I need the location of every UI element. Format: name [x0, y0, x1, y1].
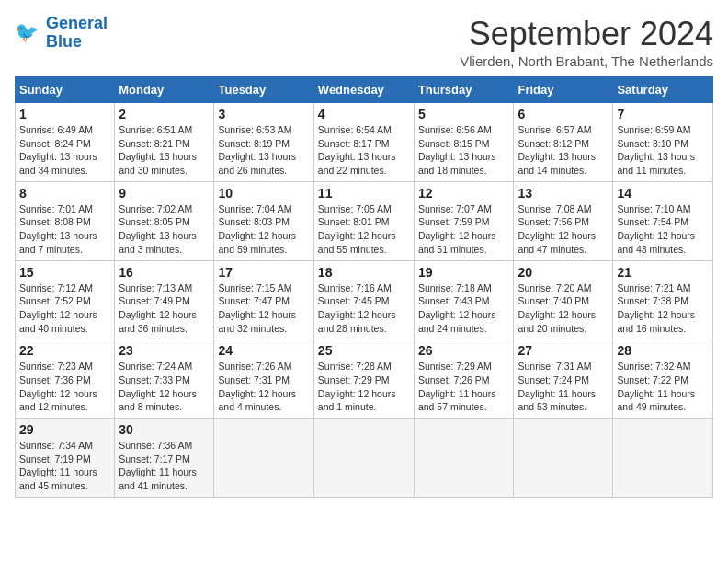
day-number: 24 [218, 343, 309, 358]
logo: 🐦 General Blue [15, 15, 108, 52]
header-thursday: Thursday [414, 77, 514, 103]
header-sunday: Sunday [16, 77, 115, 103]
day-number: 3 [218, 107, 309, 121]
header-wednesday: Wednesday [313, 77, 414, 103]
calendar-cell: 23 Sunrise: 7:24 AMSunset: 7:33 PMDaylig… [115, 339, 214, 419]
day-detail: Sunrise: 7:23 AMSunset: 7:36 PMDaylight:… [19, 361, 97, 412]
calendar-cell [514, 419, 613, 498]
calendar-cell: 25 Sunrise: 7:28 AMSunset: 7:29 PMDaylig… [313, 339, 414, 419]
day-number: 25 [318, 343, 410, 358]
calendar-week-2: 8 Sunrise: 7:01 AMSunset: 8:08 PMDayligh… [16, 181, 713, 260]
day-detail: Sunrise: 7:21 AMSunset: 7:38 PMDaylight:… [617, 282, 695, 334]
calendar-cell: 11 Sunrise: 7:05 AMSunset: 8:01 PMDaylig… [313, 181, 414, 260]
day-number: 14 [617, 186, 709, 201]
calendar-week-5: 29 Sunrise: 7:34 AMSunset: 7:19 PMDaylig… [16, 419, 713, 498]
day-detail: Sunrise: 7:10 AMSunset: 7:54 PMDaylight:… [617, 203, 695, 255]
calendar-cell: 2 Sunrise: 6:51 AMSunset: 8:21 PMDayligh… [115, 103, 214, 182]
page-header: 🐦 General Blue September 2024 Vlierden, … [15, 15, 713, 69]
calendar-cell [214, 419, 313, 498]
day-detail: Sunrise: 7:15 AMSunset: 7:47 PMDaylight:… [218, 282, 296, 334]
day-detail: Sunrise: 7:13 AMSunset: 7:49 PMDaylight:… [119, 282, 197, 334]
day-number: 9 [119, 186, 210, 201]
day-number: 11 [318, 186, 410, 201]
calendar-cell: 20 Sunrise: 7:20 AMSunset: 7:40 PMDaylig… [514, 260, 613, 339]
day-detail: Sunrise: 7:16 AMSunset: 7:45 PMDaylight:… [318, 282, 396, 334]
calendar-cell: 14 Sunrise: 7:10 AMSunset: 7:54 PMDaylig… [613, 181, 713, 260]
logo-line2: Blue [46, 32, 82, 51]
calendar-cell: 10 Sunrise: 7:04 AMSunset: 8:03 PMDaylig… [214, 181, 313, 260]
calendar-week-4: 22 Sunrise: 7:23 AMSunset: 7:36 PMDaylig… [16, 339, 713, 419]
day-detail: Sunrise: 6:53 AMSunset: 8:19 PMDaylight:… [218, 124, 296, 176]
day-number: 28 [617, 343, 709, 358]
day-detail: Sunrise: 7:12 AMSunset: 7:52 PMDaylight:… [19, 282, 97, 334]
calendar-cell: 22 Sunrise: 7:23 AMSunset: 7:36 PMDaylig… [16, 339, 115, 419]
calendar-week-1: 1 Sunrise: 6:49 AMSunset: 8:24 PMDayligh… [16, 103, 713, 182]
calendar-week-3: 15 Sunrise: 7:12 AMSunset: 7:52 PMDaylig… [16, 260, 713, 339]
calendar-table: SundayMondayTuesdayWednesdayThursdayFrid… [15, 76, 713, 498]
day-detail: Sunrise: 7:34 AMSunset: 7:19 PMDaylight:… [19, 440, 97, 491]
calendar-cell: 12 Sunrise: 7:07 AMSunset: 7:59 PMDaylig… [414, 181, 514, 260]
day-detail: Sunrise: 7:18 AMSunset: 7:43 PMDaylight:… [418, 282, 496, 334]
day-number: 21 [617, 265, 709, 280]
header-saturday: Saturday [613, 77, 713, 103]
day-number: 29 [19, 422, 110, 437]
day-number: 23 [119, 343, 210, 358]
svg-text:🐦: 🐦 [15, 20, 40, 44]
header-tuesday: Tuesday [214, 77, 313, 103]
day-number: 15 [19, 265, 110, 280]
day-number: 22 [19, 343, 110, 358]
day-detail: Sunrise: 7:29 AMSunset: 7:26 PMDaylight:… [418, 361, 496, 412]
day-number: 6 [518, 107, 609, 121]
day-number: 20 [518, 265, 609, 280]
day-number: 10 [218, 186, 309, 201]
day-detail: Sunrise: 7:04 AMSunset: 8:03 PMDaylight:… [218, 203, 296, 255]
calendar-cell: 6 Sunrise: 6:57 AMSunset: 8:12 PMDayligh… [514, 103, 613, 182]
location-subtitle: Vlierden, North Brabant, The Netherlands [460, 53, 713, 69]
day-detail: Sunrise: 7:32 AMSunset: 7:22 PMDaylight:… [617, 361, 695, 412]
calendar-cell: 29 Sunrise: 7:34 AMSunset: 7:19 PMDaylig… [16, 419, 115, 498]
calendar-cell: 8 Sunrise: 7:01 AMSunset: 8:08 PMDayligh… [16, 181, 115, 260]
day-detail: Sunrise: 7:05 AMSunset: 8:01 PMDaylight:… [318, 203, 396, 255]
calendar-cell: 4 Sunrise: 6:54 AMSunset: 8:17 PMDayligh… [313, 103, 414, 182]
day-detail: Sunrise: 7:07 AMSunset: 7:59 PMDaylight:… [418, 203, 496, 255]
calendar-cell [313, 419, 414, 498]
day-detail: Sunrise: 7:28 AMSunset: 7:29 PMDaylight:… [318, 361, 396, 412]
title-block: September 2024 Vlierden, North Brabant, … [460, 15, 713, 69]
day-number: 2 [119, 107, 210, 121]
calendar-cell: 21 Sunrise: 7:21 AMSunset: 7:38 PMDaylig… [613, 260, 713, 339]
day-number: 8 [19, 186, 110, 201]
day-number: 18 [318, 265, 410, 280]
day-detail: Sunrise: 7:24 AMSunset: 7:33 PMDaylight:… [119, 361, 197, 412]
day-detail: Sunrise: 7:02 AMSunset: 8:05 PMDaylight:… [119, 203, 197, 255]
header-friday: Friday [514, 77, 613, 103]
day-detail: Sunrise: 6:49 AMSunset: 8:24 PMDaylight:… [19, 124, 97, 176]
day-detail: Sunrise: 7:01 AMSunset: 8:08 PMDaylight:… [19, 203, 97, 255]
day-number: 17 [218, 265, 309, 280]
calendar-cell: 9 Sunrise: 7:02 AMSunset: 8:05 PMDayligh… [115, 181, 214, 260]
calendar-cell: 26 Sunrise: 7:29 AMSunset: 7:26 PMDaylig… [414, 339, 514, 419]
day-detail: Sunrise: 6:54 AMSunset: 8:17 PMDaylight:… [318, 124, 396, 176]
logo-text: General Blue [46, 15, 108, 52]
day-detail: Sunrise: 7:36 AMSunset: 7:17 PMDaylight:… [119, 440, 197, 491]
calendar-cell: 7 Sunrise: 6:59 AMSunset: 8:10 PMDayligh… [613, 103, 713, 182]
day-number: 5 [418, 107, 510, 121]
header-monday: Monday [115, 77, 214, 103]
calendar-header-row: SundayMondayTuesdayWednesdayThursdayFrid… [16, 77, 713, 103]
calendar-cell: 13 Sunrise: 7:08 AMSunset: 7:56 PMDaylig… [514, 181, 613, 260]
calendar-cell: 5 Sunrise: 6:56 AMSunset: 8:15 PMDayligh… [414, 103, 514, 182]
calendar-cell: 19 Sunrise: 7:18 AMSunset: 7:43 PMDaylig… [414, 260, 514, 339]
day-detail: Sunrise: 6:51 AMSunset: 8:21 PMDaylight:… [119, 124, 197, 176]
day-detail: Sunrise: 7:20 AMSunset: 7:40 PMDaylight:… [518, 282, 596, 334]
calendar-cell: 24 Sunrise: 7:26 AMSunset: 7:31 PMDaylig… [214, 339, 313, 419]
day-number: 16 [119, 265, 210, 280]
day-number: 27 [518, 343, 609, 358]
day-detail: Sunrise: 6:59 AMSunset: 8:10 PMDaylight:… [617, 124, 695, 176]
day-number: 30 [119, 422, 210, 437]
calendar-cell [414, 419, 514, 498]
day-detail: Sunrise: 6:57 AMSunset: 8:12 PMDaylight:… [518, 124, 596, 176]
calendar-cell: 1 Sunrise: 6:49 AMSunset: 8:24 PMDayligh… [16, 103, 115, 182]
calendar-cell: 16 Sunrise: 7:13 AMSunset: 7:49 PMDaylig… [115, 260, 214, 339]
logo-line1: General [46, 14, 108, 32]
day-number: 12 [418, 186, 510, 201]
calendar-cell: 18 Sunrise: 7:16 AMSunset: 7:45 PMDaylig… [313, 260, 414, 339]
